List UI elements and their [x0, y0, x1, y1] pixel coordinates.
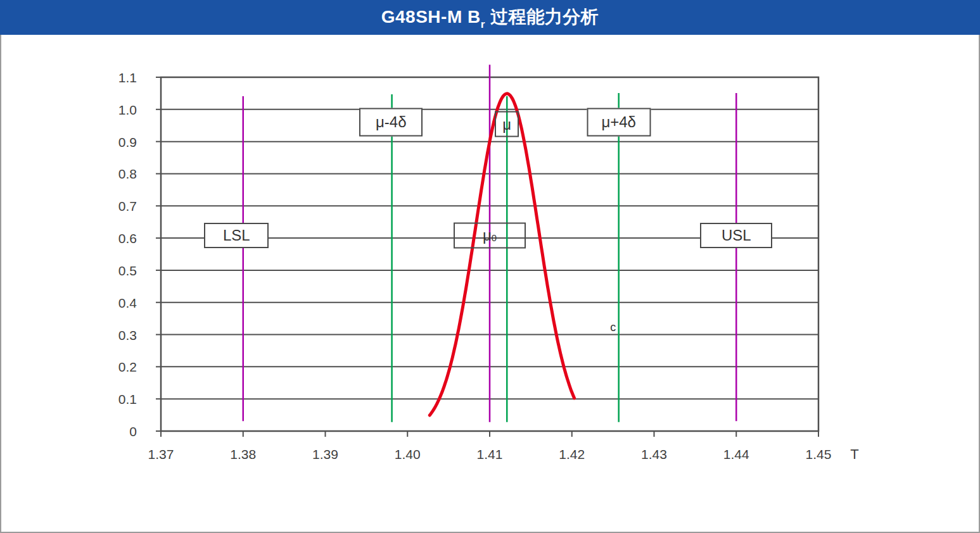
x-axis-tick-label: 1.45	[806, 447, 832, 461]
x-axis-tick-label: 1.42	[559, 447, 585, 461]
y-axis-tick-label: 0.7	[118, 199, 137, 213]
y-axis-tick-label: 0.1	[118, 392, 137, 406]
x-axis-tick-label: 1.41	[477, 447, 503, 461]
page-title-prefix: G48SH-M B	[381, 7, 481, 27]
x-axis-title: T	[850, 446, 858, 462]
y-axis-tick-label: 0	[129, 424, 137, 439]
x-axis-tick-label: 1.38	[230, 447, 256, 461]
y-axis-tick-label: 1.0	[118, 103, 137, 117]
y-axis-tick-label: 0.3	[118, 328, 137, 342]
y-axis-tick-label: 0.8	[118, 166, 137, 181]
y-axis-tick-label: 0.2	[118, 360, 137, 374]
y-axis-tick-label: 0.9	[118, 135, 137, 149]
title-bar: G48SH-M Br 过程能力分析	[0, 0, 980, 35]
x-axis-tick-label: 1.39	[312, 447, 338, 461]
capability-chart: 00.10.20.30.40.50.60.70.80.91.01.11.371.…	[0, 0, 980, 533]
x-axis-tick-label: 1.40	[395, 447, 421, 461]
y-axis-tick-label: 1.1	[118, 70, 137, 85]
page-title: G48SH-M Br 过程能力分析	[381, 5, 599, 30]
y-axis-tick-label: 0.6	[118, 231, 137, 246]
y-axis-tick-label: 0.4	[118, 296, 137, 310]
x-axis-tick-label: 1.37	[148, 447, 174, 461]
y-axis-tick-label: 0.5	[118, 263, 137, 278]
x-axis-tick-label: 1.43	[641, 447, 667, 461]
x-axis-tick-label: 1.44	[723, 447, 749, 461]
page-title-subscript: r	[481, 18, 485, 30]
page-title-suffix: 过程能力分析	[485, 7, 599, 27]
